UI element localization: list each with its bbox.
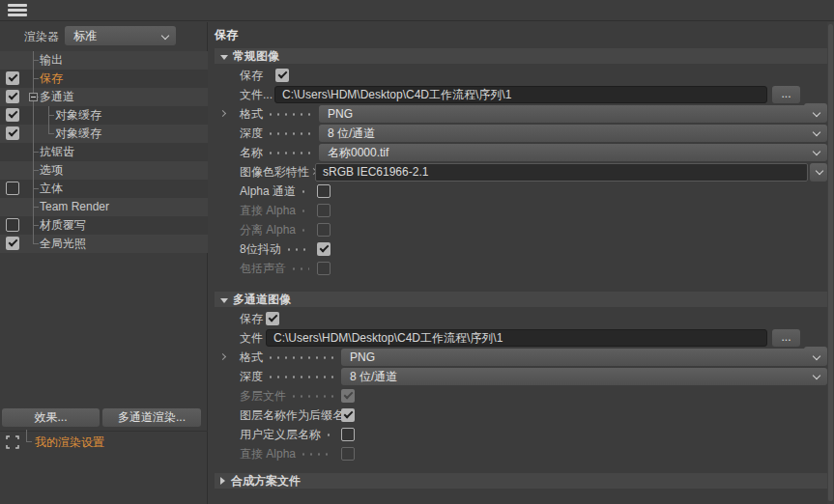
- checked-checkbox[interactable]: [6, 71, 19, 85]
- settings-row: 文件...C:\Users\HDM\Desktop\C4D工作流程\序列\1..…: [209, 85, 827, 104]
- browse-button[interactable]: ...: [772, 329, 800, 347]
- tree-row: 多通道: [0, 88, 208, 106]
- vertical-scrollbar[interactable]: [827, 22, 834, 504]
- checked-checkbox[interactable]: [317, 242, 331, 256]
- checked-checkbox[interactable]: [275, 69, 289, 82]
- tree-line: [33, 78, 39, 79]
- sidebar-item-4[interactable]: 对象缓存: [55, 106, 101, 125]
- expand-right-icon[interactable]: [219, 353, 226, 360]
- dotted-leader: [267, 124, 311, 143]
- tree-line: [33, 225, 39, 226]
- tree-row: 材质覆写: [0, 216, 208, 235]
- tree-line: [33, 188, 39, 189]
- unchecked-checkbox: [317, 204, 331, 217]
- tree-row: Team Render: [0, 198, 208, 216]
- top-menu-bar: [0, 0, 834, 21]
- tree-line: [33, 106, 34, 125]
- checked-checkbox[interactable]: [341, 408, 355, 422]
- unchecked-checkbox[interactable]: [317, 184, 331, 198]
- sidebar-item-2[interactable]: 保存: [40, 70, 63, 88]
- field-label: 包括声音: [240, 259, 286, 278]
- unchecked-checkbox[interactable]: [6, 182, 19, 195]
- sidebar-item-7[interactable]: 选项: [40, 161, 63, 180]
- renderer-label: 渲染器: [24, 29, 59, 45]
- tree-line: [33, 152, 39, 153]
- settings-row: 文件C:\Users\HDM\Desktop\C4D工作流程\序列\1...: [209, 328, 827, 348]
- settings-row: 图像色彩特性sRGB IEC61966-2.1: [209, 162, 827, 182]
- tree-line: [48, 133, 54, 134]
- triangle-expanded-icon: [220, 55, 228, 60]
- checked-checkbox[interactable]: [6, 237, 19, 250]
- field-label: 格式: [240, 348, 263, 367]
- settings-row: Alpha 通道: [209, 182, 827, 201]
- render-settings-tree: 输出保存多通道对象缓存对象缓存抗锯齿选项立体Team Render材质覆写全局光…: [0, 51, 208, 253]
- dropdown-select[interactable]: 8 位/通道: [341, 368, 827, 385]
- render-settings-sidebar: 渲染器 标准 输出保存多通道对象缓存对象缓存抗锯齿选项立体Team Render…: [0, 22, 208, 504]
- chevron-down-icon: [813, 352, 820, 360]
- tree-row: 立体: [0, 180, 208, 198]
- browse-button[interactable]: ...: [772, 86, 800, 103]
- dotted-leader: [290, 259, 309, 278]
- color-profile-dropdown-button[interactable]: [810, 163, 827, 182]
- checked-checkbox[interactable]: [266, 312, 279, 325]
- dotted-leader: [267, 143, 311, 162]
- collapse-minus-icon[interactable]: [29, 93, 38, 101]
- chevron-down-icon: [813, 148, 820, 155]
- field-label: 直接 Alpha: [240, 201, 296, 220]
- triangle-collapsed-icon: [220, 477, 225, 485]
- sidebar-item-3[interactable]: 多通道: [40, 88, 74, 106]
- dotted-leader: [300, 182, 309, 201]
- field-label: 深度: [240, 367, 263, 386]
- file-path-input[interactable]: C:\Users\HDM\Desktop\C4D工作流程\序列\1: [274, 86, 767, 103]
- sidebar-item-10[interactable]: 材质覆写: [40, 216, 86, 235]
- dropdown-select[interactable]: PNG: [341, 349, 827, 366]
- effects-button[interactable]: 效果...: [2, 408, 100, 427]
- hamburger-menu-icon[interactable]: [8, 4, 27, 17]
- field-label: 保存: [240, 66, 263, 85]
- dotted-leader: [290, 386, 333, 406]
- sidebar-item-6[interactable]: 抗锯齿: [40, 143, 74, 161]
- renderer-row: 渲染器 标准: [0, 26, 208, 45]
- expand-right-icon[interactable]: [219, 110, 226, 117]
- tree-row: 保存: [0, 70, 208, 88]
- section-header[interactable]: 常规图像: [215, 48, 827, 64]
- scrollbar-thumb[interactable]: [828, 24, 833, 501]
- checked-checkbox[interactable]: [6, 108, 19, 122]
- checked-checkbox[interactable]: [6, 90, 19, 103]
- chevron-down-icon: [161, 32, 169, 40]
- field-label: 名称: [240, 143, 263, 162]
- dropdown-select[interactable]: 8 位/通道: [319, 125, 827, 142]
- multipass-render-button[interactable]: 多通道渲染...: [102, 408, 201, 427]
- sidebar-item-9[interactable]: Team Render: [40, 198, 109, 216]
- settings-row: 8位抖动: [209, 239, 827, 259]
- settings-row: 保存: [209, 309, 827, 328]
- sidebar-item-11[interactable]: 全局光照: [40, 235, 86, 253]
- section-header[interactable]: 合成方案文件: [215, 473, 827, 489]
- field-label: 格式: [240, 104, 263, 124]
- sidebar-item-5[interactable]: 对象缓存: [55, 125, 101, 143]
- tree-line: [33, 60, 39, 61]
- file-path-input[interactable]: C:\Users\HDM\Desktop\C4D工作流程\序列\1: [266, 329, 767, 347]
- render-preset-row[interactable]: 我的渲染设置: [0, 434, 208, 451]
- unchecked-checkbox: [317, 223, 331, 237]
- checked-checkbox: [341, 389, 355, 403]
- unchecked-checkbox[interactable]: [6, 218, 19, 232]
- sidebar-item-1[interactable]: 输出: [40, 51, 63, 70]
- dotted-leader: [267, 104, 311, 124]
- dropdown-select[interactable]: PNG: [319, 105, 827, 123]
- section-title: 常规图像: [233, 49, 279, 63]
- color-profile-input[interactable]: sRGB IEC61966-2.1: [315, 163, 808, 182]
- unchecked-checkbox[interactable]: [341, 428, 355, 441]
- tree-line: [33, 125, 34, 143]
- settings-row: 名称名称0000.tif: [209, 143, 827, 162]
- field-label: 多层文件: [240, 386, 286, 406]
- tree-line: [33, 170, 39, 171]
- renderer-dropdown[interactable]: 标准: [65, 26, 176, 45]
- render-preset-label[interactable]: 我的渲染设置: [35, 434, 104, 451]
- sidebar-item-8[interactable]: 立体: [40, 180, 63, 198]
- checked-checkbox[interactable]: [6, 126, 19, 140]
- section-header[interactable]: 多通道图像: [215, 292, 827, 307]
- dotted-leader: [300, 201, 309, 220]
- dropdown-select[interactable]: 名称0000.tif: [319, 144, 827, 161]
- dropdown-value: 8 位/通道: [328, 126, 375, 140]
